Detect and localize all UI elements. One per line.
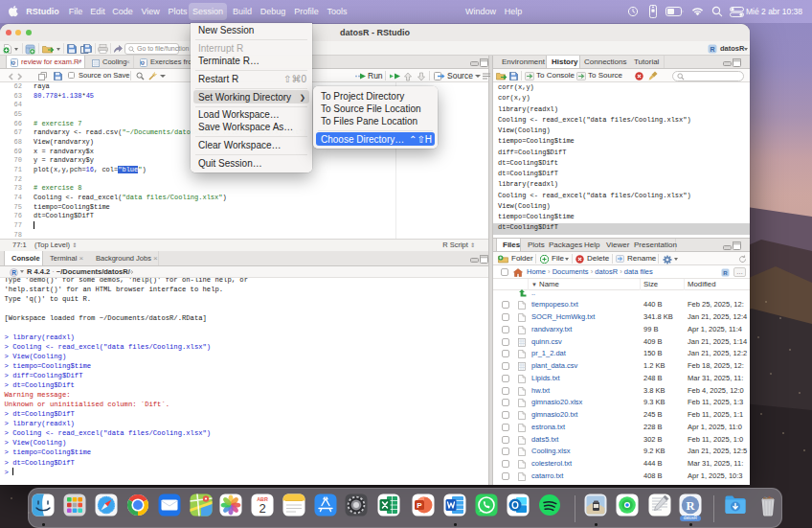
svg-text:P: P [417, 501, 422, 510]
svg-text:R: R [686, 499, 695, 513]
svg-text:R: R [723, 269, 728, 275]
svg-text:R: R [11, 268, 16, 275]
svg-text:R: R [710, 45, 714, 52]
svg-text:2: 2 [259, 501, 265, 516]
